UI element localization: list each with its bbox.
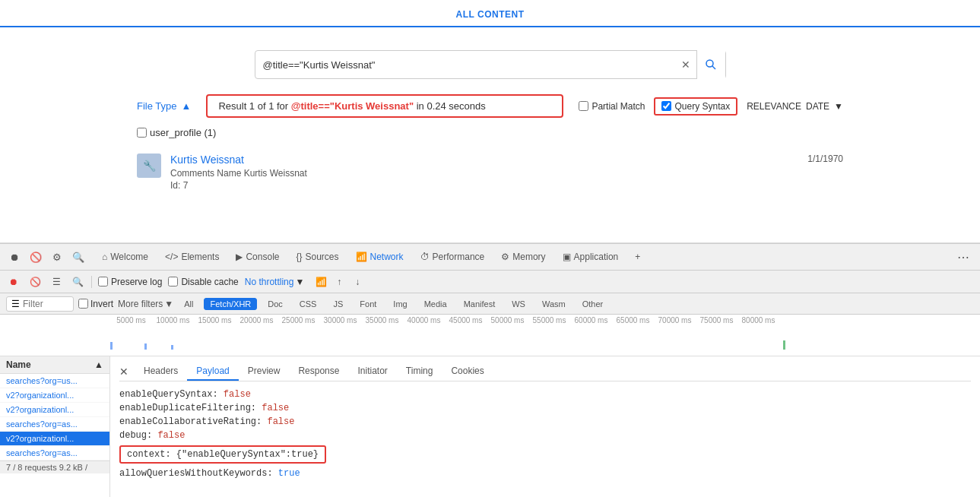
tab-memory[interactable]: ⚙ Memory	[493, 248, 553, 265]
payload-tab-response[interactable]: Response	[289, 362, 348, 381]
payload-tabs: ✕ Headers Payload Preview Response Initi…	[119, 362, 971, 381]
payload-tab-preview[interactable]: Preview	[239, 362, 290, 381]
tab-sources-label: Sources	[305, 252, 338, 262]
sources-icon: {}	[296, 252, 302, 262]
network-item-4[interactable]: searches?org=as...	[0, 417, 109, 432]
settings-icon[interactable]: ⚙	[49, 248, 65, 265]
tab-add[interactable]: +	[627, 248, 648, 265]
filter-all-btn[interactable]: All	[178, 298, 199, 310]
sort-icon[interactable]: ▲	[94, 359, 103, 370]
search-button[interactable]	[696, 50, 725, 79]
tab-welcome[interactable]: ⌂ Welcome	[94, 248, 156, 265]
disable-cache-checkbox[interactable]	[168, 277, 178, 286]
result-item: 🔧 Kurtis Weissnat Comments Name Kurtis W…	[137, 147, 843, 197]
network-list-header: Name ▲	[0, 356, 109, 374]
network-icon-group: 📶 ↑ ↓	[313, 274, 365, 290]
tl-30000: 30000 ms	[319, 316, 361, 324]
result-meta: Comments Name Kurtis Weissnat	[170, 168, 798, 179]
filter-wasm-btn[interactable]: Wasm	[536, 298, 572, 310]
filter-lines-icon: ☰	[11, 299, 20, 309]
payload-line-4: debug: false	[119, 429, 971, 442]
payload-line-3: enableCollaborativeRating: false	[119, 415, 971, 429]
search-small-icon[interactable]: 🔍	[70, 274, 85, 290]
payload-tab-cookies[interactable]: Cookies	[442, 362, 493, 381]
tab-console[interactable]: ▶ Console	[228, 248, 287, 265]
partial-match-checkbox[interactable]	[579, 101, 588, 111]
network-item-1[interactable]: searches?org=us...	[0, 374, 109, 388]
payload-close-btn[interactable]: ✕	[119, 366, 128, 378]
download-icon[interactable]: ↓	[350, 274, 365, 290]
clear-icon[interactable]: ✕	[675, 59, 696, 71]
results-info-box: Result 1 of 1 for @title=="Kurtis Weissn…	[206, 94, 563, 118]
clear-btn[interactable]: 🚫	[27, 274, 43, 290]
record-icon[interactable]: ⏺	[6, 248, 23, 265]
more-options-icon[interactable]: ⋯	[953, 250, 974, 264]
preserve-log-checkbox[interactable]	[98, 277, 108, 286]
tl-70000: 70000 ms	[654, 316, 696, 324]
result-date: 1/1/1970	[807, 154, 843, 164]
network-item-3[interactable]: v2?organizationl...	[0, 403, 109, 417]
tl-35000: 35000 ms	[361, 316, 403, 324]
filter-icon[interactable]: ☰	[49, 274, 64, 290]
tab-performance[interactable]: ⏱ Performance	[413, 248, 493, 265]
all-content-tab[interactable]: ALL CONTENT	[0, 0, 980, 27]
tab-elements[interactable]: </> Elements	[157, 248, 227, 265]
devtools-panel: ⏺ 🚫 ⚙ 🔍 ⌂ Welcome </> Elements ▶ Console…	[0, 243, 980, 497]
tab-application[interactable]: ▣ Application	[555, 248, 626, 265]
payload-tab-payload[interactable]: Payload	[187, 362, 238, 381]
payload-line-2: enableDuplicateFiltering: false	[119, 401, 971, 415]
search-input[interactable]	[255, 59, 675, 71]
more-filters-btn[interactable]: More filters ▼	[118, 299, 173, 309]
user-profile-filter[interactable]: user_profile (1)	[137, 127, 216, 138]
filter-doc-btn[interactable]: Doc	[262, 298, 289, 310]
filter-media-btn[interactable]: Media	[418, 298, 453, 310]
tab-sources[interactable]: {} Sources	[288, 248, 346, 265]
file-type-section[interactable]: File Type ▲	[137, 100, 191, 112]
chevron-up-icon: ▲	[182, 100, 192, 112]
filter-css-btn[interactable]: CSS	[293, 298, 323, 310]
payload-tab-initiator[interactable]: Initiator	[348, 362, 396, 381]
payload-tab-timing[interactable]: Timing	[397, 362, 442, 381]
filter-fetch-xhr-btn[interactable]: Fetch/XHR	[204, 298, 257, 310]
tab-console-label: Console	[246, 252, 279, 262]
filter-font-btn[interactable]: Font	[354, 298, 382, 310]
sort-options: RELEVANCE DATE ▼	[747, 101, 843, 112]
tl-10000: 10000 ms	[152, 316, 194, 324]
partial-match-option[interactable]: Partial Match	[579, 101, 645, 112]
results-header: File Type ▲ Result 1 of 1 for @title=="K…	[137, 94, 843, 118]
tab-network[interactable]: 📶 Network	[348, 248, 411, 265]
all-content-label: ALL CONTENT	[456, 9, 525, 20]
devtools-tabs: ⏺ 🚫 ⚙ 🔍 ⌂ Welcome </> Elements ▶ Console…	[0, 244, 980, 271]
user-profile-checkbox[interactable]	[137, 128, 147, 138]
invert-option[interactable]: Invert	[78, 299, 113, 309]
preserve-log-option[interactable]: Preserve log	[98, 277, 162, 287]
disable-cache-option[interactable]: Disable cache	[168, 277, 238, 287]
network-item-2[interactable]: v2?organizationl...	[0, 388, 109, 403]
ban-icon[interactable]: 🚫	[27, 248, 44, 265]
top-area: ALL CONTENT ✕ File Type ▲ Result 1 of 1 …	[0, 0, 980, 243]
wifi-icon[interactable]: 📶	[313, 274, 328, 290]
record-btn[interactable]: ⏺	[6, 274, 21, 290]
payload-line-1: enableQuerySyntax: false	[119, 388, 971, 401]
network-item-5[interactable]: v2?organizationl...	[0, 432, 109, 446]
payload-context-line: context: {"enableQuerySyntax":true}	[119, 442, 971, 467]
throttle-arrow: ▼	[295, 277, 304, 287]
filter-manifest-btn[interactable]: Manifest	[458, 298, 502, 310]
network-item-6[interactable]: searches?org=as...	[0, 446, 109, 461]
query-syntax-checkbox[interactable]	[661, 101, 671, 111]
search-icon[interactable]: 🔍	[70, 248, 87, 265]
result-title[interactable]: Kurtis Weissnat	[170, 154, 798, 166]
result-icon: 🔧	[137, 154, 161, 178]
invert-checkbox[interactable]	[78, 299, 88, 309]
filter-js-btn[interactable]: JS	[327, 298, 349, 310]
filter-input-box[interactable]: ☰	[6, 296, 74, 312]
throttling-select[interactable]: No throttling ▼	[245, 277, 305, 287]
performance-icon: ⏱	[420, 252, 430, 262]
filter-ws-btn[interactable]: WS	[506, 298, 531, 310]
filter-other-btn[interactable]: Other	[576, 298, 610, 310]
search-icon	[705, 59, 717, 71]
payload-tab-headers[interactable]: Headers	[135, 362, 187, 381]
filter-text-input[interactable]	[23, 299, 68, 309]
filter-img-btn[interactable]: Img	[387, 298, 413, 310]
upload-icon[interactable]: ↑	[331, 274, 347, 290]
